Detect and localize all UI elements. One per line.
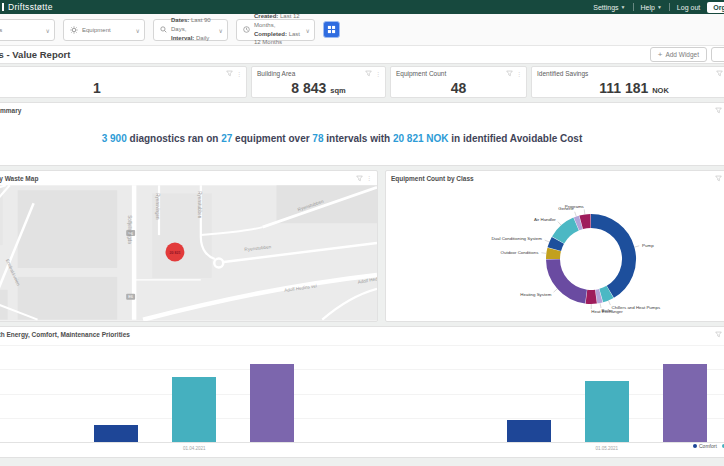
help-label: Help [641,4,655,11]
settings-menu[interactable]: Settings ▼ [593,4,625,11]
filter-funnel-icon[interactable] [226,70,233,77]
bar-group: 01.05.2021 [401,345,724,442]
kpi-title: Building Area [257,70,380,77]
legend-label: Comfort [699,443,717,449]
kpi-title: Identified Savings [537,70,724,77]
donut-label-leader-line [584,209,585,214]
chart-legend: ComfortEnergyMaintenance [693,443,724,449]
app-logo-icon [2,3,4,11]
middle-panel-row: Building Energy Waste Map ⋮ [0,170,724,322]
energy-waste-map[interactable]: E6 E6 Solfjellshøgda Ryensvingen Ryenstu… [0,185,377,321]
bar-maintenance[interactable] [663,364,707,442]
kebab-menu-icon[interactable]: ⋮ [375,71,381,77]
donut-slice-air-handler[interactable] [558,224,576,240]
kpi-value: 48 [451,80,467,96]
page-title: Diagnostics - Value Report [0,49,70,60]
equipment-filter-dropdown[interactable]: Equipment ∨ [63,19,145,41]
donut-slice-generic[interactable] [576,222,580,223]
secondary-header-button[interactable] [711,47,724,62]
chevron-down-icon: ∨ [46,26,50,33]
bar-energy[interactable] [585,381,629,442]
kpi-unit: NOK [652,86,669,95]
donut-label: Dual Conditioning System [491,236,542,241]
donut-label: Heating System [520,292,551,297]
donut-slice-pump[interactable] [591,221,629,292]
road-badge: E6 [126,294,135,300]
donut-slice-boiler[interactable] [596,296,600,297]
map-marker[interactable]: 20 821 [165,243,184,262]
bar-energy[interactable] [172,377,216,442]
legend-item-comfort[interactable]: Comfort [693,443,717,449]
donut-label: Heat Exchanger [591,309,623,314]
summary-sentence: 3 900 diagnostics ran on 27 equipment ov… [0,133,724,144]
energy-waste-map-panel: Building Energy Waste Map ⋮ [0,170,378,322]
chevron-down-icon: ∨ [219,26,223,33]
buildings-filter-label: Buildings [0,27,2,33]
dates-label: Dates: [171,17,189,23]
dates-filter-dropdown[interactable]: Dates: Last 90 Days, Interval: Daily ∨ [153,19,228,41]
donut-label: Outdoor Conditions [501,250,540,255]
equipment-count-by-class-panel: Equipment Count by Class ⋮ PumpChillers … [385,170,724,322]
donut-label-leader-line [541,253,546,254]
clock-icon [243,26,250,33]
map-title: Building Energy Waste Map [0,175,38,182]
street-label: Ryenstubben [197,191,202,218]
x-axis-label: 01.04.2021 [183,446,206,451]
filter-funnel-icon[interactable] [356,175,363,182]
donut-label-leader-line [558,222,561,226]
bar-comfort[interactable] [507,420,551,443]
legend-dot-icon [693,444,697,448]
kpi-card-row: Building Count ⋮ 1 Building Area ⋮ 8 843… [0,64,724,100]
settings-label: Settings [593,4,618,11]
kpi-card-building-count: Building Count ⋮ 1 [0,66,247,98]
bar-comfort[interactable] [94,425,138,442]
donut-slice-dual-conditioning-system[interactable] [554,240,558,249]
svg-text:20 821: 20 821 [169,251,180,255]
donut-slice-programs[interactable] [581,221,590,222]
summary-text: intervals with [323,133,392,144]
add-widget-button[interactable]: + Add Widget [650,47,707,62]
filter-funnel-icon[interactable] [715,331,722,338]
kpi-card-equipment-count: Equipment Count ⋮ 48 [390,66,527,98]
summary-highlight-value: 78 [312,133,323,144]
bar-maintenance[interactable] [250,364,294,442]
help-menu[interactable]: Help ▼ [641,4,662,11]
buildings-filter-dropdown[interactable]: Buildings ∨ [0,19,55,41]
donut-label-leader-line [634,246,639,247]
apply-filters-button[interactable] [323,21,340,38]
priorities-chart-title: Diagnostics with Energy, Comfort, Mainte… [0,331,130,338]
search-icon [160,26,167,33]
chevron-down-icon: ▼ [621,4,626,10]
chevron-down-icon: ∨ [306,26,310,33]
add-widget-label: Add Widget [665,51,699,58]
equipment-gear-icon [70,26,78,34]
donut-slice-chillers-and-heat-pumps[interactable] [601,292,610,296]
app-title: Driftsstøtte [8,2,53,12]
priorities-chart-panel: Diagnostics with Energy, Comfort, Mainte… [0,326,724,458]
summary-title: Diagnostics Summary [0,107,21,114]
filter-funnel-icon[interactable] [506,70,513,77]
kpi-card-identified-savings: Identified Savings ⋮ 111 181 NOK [531,66,724,98]
donut-slice-heating-system[interactable] [553,259,586,296]
top-nav-links: Settings ▼ Help ▼ Log out Org: [593,2,724,13]
donut-label-leader-line [545,240,550,242]
filter-funnel-icon[interactable] [715,175,722,182]
filter-funnel-icon[interactable] [715,107,722,114]
x-axis-label: 01.05.2021 [595,446,618,451]
filter-funnel-icon[interactable] [716,70,723,77]
donut-slice-outdoor-conditions[interactable] [553,250,554,259]
priorities-plot: 01.04.202101.05.2021 [0,345,724,442]
logout-label: Log out [677,4,700,11]
street-label: Ryensvingen [155,193,160,220]
kebab-menu-icon[interactable]: ⋮ [366,175,372,181]
kpi-value: 111 181 [599,80,648,96]
logout-link[interactable]: Log out [677,4,700,11]
summary-text: diagnostics ran on [127,133,221,144]
created-filter-dropdown[interactable]: Created: Last 12 Months, Completed: Last… [236,19,315,41]
chevron-down-icon: ▼ [657,4,662,10]
filter-funnel-icon[interactable] [365,70,372,77]
interval-value: Daily [196,35,209,41]
kebab-menu-icon[interactable]: ⋮ [516,71,522,77]
org-button[interactable]: Org: [707,2,724,13]
kebab-menu-icon[interactable]: ⋮ [236,71,242,77]
